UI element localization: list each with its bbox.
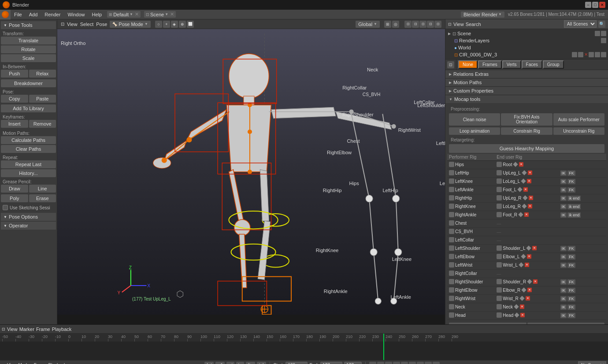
viewport-select-menu[interactable]: Select [80, 22, 94, 27]
tab-group[interactable]: Group [543, 60, 564, 69]
tab-verts[interactable]: Verts [502, 60, 521, 69]
breakdowner-button[interactable]: Breakdowner [1, 79, 56, 87]
tl-icon-4[interactable] [393, 362, 400, 364]
tl-icon-5[interactable] [401, 362, 408, 364]
step-forward-button[interactable]: |▶ [246, 362, 255, 364]
pivot-selector[interactable]: Global ▼ [356, 21, 380, 28]
tl-icon-2[interactable] [377, 362, 384, 364]
unconstrain-rig-button[interactable]: Unconstrain Rig [553, 127, 604, 135]
bone-row[interactable]: Chest — [447, 219, 606, 228]
timeline-playback-menu[interactable]: Playback [52, 327, 72, 332]
play-back-button[interactable]: ◀ [226, 362, 234, 364]
tl-icon-6[interactable] [409, 362, 416, 364]
outliner-view-menu[interactable]: View [453, 22, 464, 27]
tl-icon-8[interactable] [425, 362, 432, 364]
tab-none[interactable]: None [458, 60, 478, 69]
bone-row[interactable]: LeftKnee LoLeg_L ✕ IK FK [447, 178, 606, 186]
viewport-tool-1[interactable]: ○ [155, 21, 162, 28]
outliner-search-menu[interactable]: Search [466, 22, 481, 27]
bone-row[interactable]: RightWrist Wrist_R ✕ IK FK [447, 295, 606, 303]
jump-end-button[interactable]: ▶| [257, 362, 266, 364]
bone-row[interactable]: RightElbow Elbow_R ✕ IK FK [447, 286, 606, 295]
obj-icon-2[interactable] [578, 52, 583, 57]
viewport-tool-3[interactable]: ◈ [171, 21, 178, 28]
menu-help[interactable]: Help [89, 10, 106, 19]
pose-options-header[interactable]: ▼ Pose Options [1, 213, 56, 221]
bone-row[interactable]: Head Head ✕ IK FK [447, 312, 606, 320]
jump-start-button[interactable]: |◀ [204, 362, 214, 364]
fix-bvh-button[interactable]: Fix:BVH Axis Orientation [501, 113, 552, 126]
history-button[interactable]: History... [1, 169, 56, 177]
tl-icon-3[interactable] [385, 362, 392, 364]
sync-select[interactable]: No Sync [578, 361, 606, 364]
bone-row[interactable]: RightShoulder Shoulder_R ✕ IK FK [447, 278, 606, 286]
line-button[interactable]: Line [29, 185, 56, 193]
bone-row[interactable]: RightCollar — [447, 270, 606, 278]
rotate-button[interactable]: Rotate [1, 45, 56, 53]
props-editor-icon[interactable]: ⊡ [447, 61, 454, 68]
draw-button[interactable]: Draw [1, 185, 28, 193]
clean-noise-button[interactable]: Clean noise [449, 113, 500, 126]
scene-render-icon[interactable] [601, 31, 606, 36]
calculate-paths-button[interactable]: Calculate Paths [1, 136, 56, 144]
mocap-tools-header[interactable]: ▼ Mocap tools [445, 95, 608, 103]
menu-add[interactable]: Add [26, 10, 41, 19]
play-button[interactable]: ▶ [236, 362, 244, 364]
auto-scale-button[interactable]: Auto scale Performer [553, 113, 604, 126]
poly-button[interactable]: Poly [1, 194, 28, 202]
world-item[interactable]: ● World [445, 44, 608, 51]
render-layers-item[interactable]: ⊡ RenderLayers [445, 37, 608, 44]
search-icon[interactable]: 🔍 [598, 21, 605, 28]
minimize-button[interactable]: – [585, 2, 591, 8]
tab-frames[interactable]: Frames [478, 60, 502, 69]
timeline-marker-menu[interactable]: Marker [19, 327, 34, 332]
current-frame-field[interactable] [344, 362, 362, 364]
timeline-view-menu[interactable]: View [7, 327, 18, 332]
tab-faces[interactable]: Faces [522, 60, 542, 69]
obj-icon-5[interactable] [595, 52, 600, 57]
vp-icon-4[interactable]: ⊡ [427, 21, 434, 28]
bone-row[interactable]: Neck Neck ✕ IK FK [447, 303, 606, 312]
relax-button[interactable]: Relax [29, 70, 56, 78]
menu-render[interactable]: Render [41, 10, 64, 19]
bone-row[interactable]: RightHip UpLeg_R ✕ IK ik end [447, 194, 606, 203]
tl-icon-1[interactable] [369, 362, 376, 364]
blender-logo[interactable] [0, 10, 11, 19]
scene-item[interactable]: ▶ ⊡ Scene [445, 30, 608, 37]
end-field[interactable] [320, 362, 342, 364]
insert-button[interactable]: Insert [1, 120, 28, 128]
motion-paths-header[interactable]: ▶ Motion Paths [445, 78, 608, 86]
vp-icon-3[interactable]: ⊡ [419, 21, 426, 28]
timeline-editor-icon[interactable]: ⊡ [2, 327, 5, 331]
remove-button[interactable]: Remove [29, 120, 56, 128]
viewport-draw-type[interactable]: ⬜ [187, 21, 194, 28]
object-item[interactable]: ⊡ CIR_0006_DW_3 ✕ [445, 51, 608, 58]
obj-icon-1[interactable] [572, 52, 577, 57]
copy-button[interactable]: Copy [1, 95, 28, 103]
viewport-tool-2[interactable]: + [163, 21, 170, 28]
vp-icon-1[interactable]: ⊡ [404, 21, 412, 28]
timeline-frame-menu[interactable]: Frame [36, 327, 50, 332]
bone-row[interactable]: LeftShoulder Shoulder_L ✕ IK FK [447, 245, 606, 253]
obj-icon-4[interactable] [589, 52, 594, 57]
translate-button[interactable]: Translate [1, 37, 56, 45]
pose-tools-header[interactable]: ▼ Pose Tools [1, 21, 56, 29]
viewport-canvas[interactable]: Neck RightCollar CS_BVH LeftCollar Right… [57, 29, 445, 315]
all-scenes-select[interactable]: All Scenes [564, 20, 597, 28]
constrain-rig-button[interactable]: Constrain Rig [501, 127, 552, 135]
bone-row[interactable]: LeftHip UpLeg_L ✕ IK FK [447, 169, 606, 178]
guess-hierarchy-button[interactable]: Guess Hiearchy Mapping [449, 144, 604, 153]
bone-row[interactable]: LeftCollar — [447, 236, 606, 245]
vp-icon-5[interactable]: ⊡ [434, 21, 441, 28]
scale-button[interactable]: Scale [1, 54, 56, 62]
operator-header[interactable]: ▼ Operator [1, 222, 56, 230]
add-to-library-button[interactable]: Add To Library [1, 104, 56, 112]
viewport-view-menu[interactable]: View [67, 22, 78, 27]
paste-button[interactable]: Paste [29, 95, 56, 103]
repeat-last-button[interactable]: Repeat Last [1, 160, 56, 168]
bone-row[interactable]: Hips Root ✕ [447, 161, 606, 169]
obj-icon-3[interactable]: ✕ [584, 52, 588, 57]
viewport-tool-4[interactable]: ⊕ [179, 21, 186, 28]
bone-row[interactable]: LeftAnkle Foot_L ✕ IK FK [447, 186, 606, 194]
maximize-button[interactable]: □ [592, 2, 598, 8]
